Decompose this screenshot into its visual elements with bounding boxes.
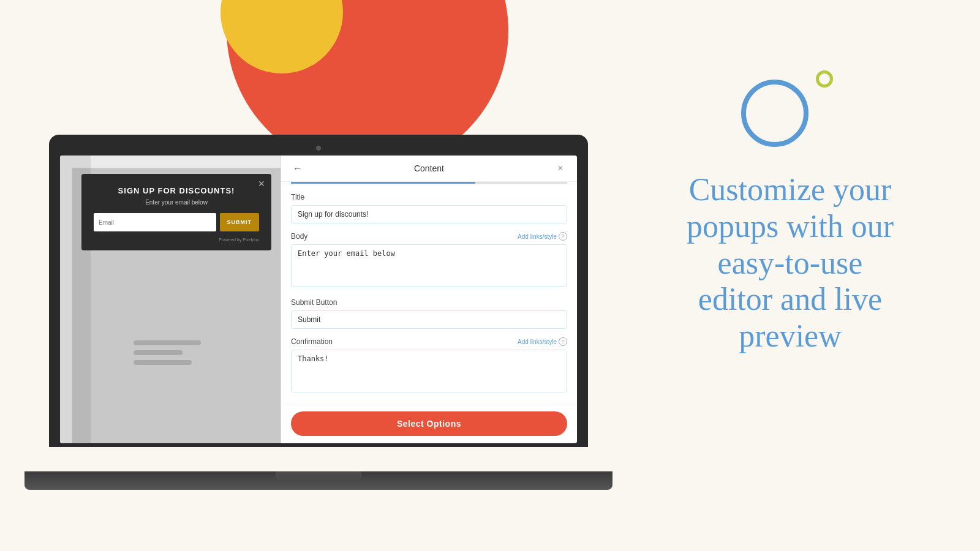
laptop-bezel: ✕ SIGN UP FOR DISCOUNTS! Enter your emai… <box>49 135 588 447</box>
title-field-input[interactable] <box>291 205 567 223</box>
submit-button-field-input[interactable] <box>291 310 567 329</box>
title-field-label: Title <box>291 193 304 201</box>
editor-back-button[interactable]: ← <box>291 162 304 175</box>
tab-1[interactable] <box>291 182 383 184</box>
marketing-heading: Customize your popups with our easy-to-u… <box>649 171 931 354</box>
select-options-button[interactable]: Select Options <box>291 411 567 436</box>
editor-body: Title Body Add links/style ? <box>281 184 577 405</box>
heading-line-1: Customize your <box>689 172 892 207</box>
confirmation-field-group: Confirmation Add links/style ? Thanks! <box>291 337 567 395</box>
laptop-screen: ✕ SIGN UP FOR DISCOUNTS! Enter your emai… <box>60 156 577 443</box>
laptop-base <box>24 471 612 490</box>
submit-button-field-group: Submit Button <box>291 298 567 329</box>
tab-3[interactable] <box>475 182 567 184</box>
popup-box: ✕ SIGN UP FOR DISCOUNTS! Enter your emai… <box>81 174 271 250</box>
green-ring-deco <box>816 70 833 88</box>
editor-header: ← Content × <box>281 156 577 182</box>
body-add-links[interactable]: Add links/style ? <box>518 232 567 241</box>
body-help-icon[interactable]: ? <box>559 232 567 241</box>
body-label-row: Body Add links/style ? <box>291 232 567 241</box>
laptop-base-notch <box>276 471 361 480</box>
popup-subtitle: Enter your email below <box>94 199 259 206</box>
heading-line-4: editor and live <box>698 282 882 317</box>
popup-close-icon[interactable]: ✕ <box>258 179 265 189</box>
popup-overlay: ✕ SIGN UP FOR DISCOUNTS! Enter your emai… <box>72 168 281 443</box>
confirmation-add-links[interactable]: Add links/style ? <box>518 337 567 346</box>
laptop-device: ✕ SIGN UP FOR DISCOUNTS! Enter your emai… <box>24 135 612 490</box>
popup-powered-by: Powered by Pixelpop <box>94 238 259 242</box>
body-field-group: Body Add links/style ? Enter your email … <box>291 232 567 290</box>
title-label-row: Title <box>291 193 567 201</box>
right-panel-text: Customize your popups with our easy-to-u… <box>649 171 931 354</box>
confirmation-field-label: Confirmation <box>291 337 333 346</box>
confirmation-field-textarea[interactable]: Thanks! <box>291 350 567 392</box>
body-field-label: Body <box>291 232 307 241</box>
submit-label-row: Submit Button <box>291 298 567 307</box>
popup-title: SIGN UP FOR DISCOUNTS! <box>94 186 259 195</box>
confirmation-help-icon[interactable]: ? <box>559 337 567 346</box>
popup-submit-button[interactable]: SUBMIT <box>220 213 260 231</box>
popup-form: SUBMIT <box>94 213 259 231</box>
confirmation-label-row: Confirmation Add links/style ? <box>291 337 567 346</box>
laptop-camera <box>316 146 321 151</box>
popup-email-input[interactable] <box>94 213 216 231</box>
editor-footer: Select Options <box>281 405 577 443</box>
editor-panel: ← Content × Title <box>281 156 577 443</box>
heading-line-2: popups with our <box>687 209 894 244</box>
blue-ring-deco <box>741 80 809 147</box>
title-field-group: Title <box>291 193 567 223</box>
website-preview: ✕ SIGN UP FOR DISCOUNTS! Enter your emai… <box>60 156 281 443</box>
heading-line-5: preview <box>739 318 841 353</box>
heading-line-3: easy-to-use <box>718 246 863 280</box>
editor-panel-title: Content <box>414 163 444 173</box>
editor-close-button[interactable]: × <box>554 162 567 175</box>
body-field-textarea[interactable]: Enter your email below <box>291 244 567 287</box>
tab-2[interactable] <box>383 182 475 184</box>
confirmation-link-text: Add links/style <box>518 339 557 345</box>
body-link-text: Add links/style <box>518 233 557 240</box>
submit-button-field-label: Submit Button <box>291 298 337 307</box>
